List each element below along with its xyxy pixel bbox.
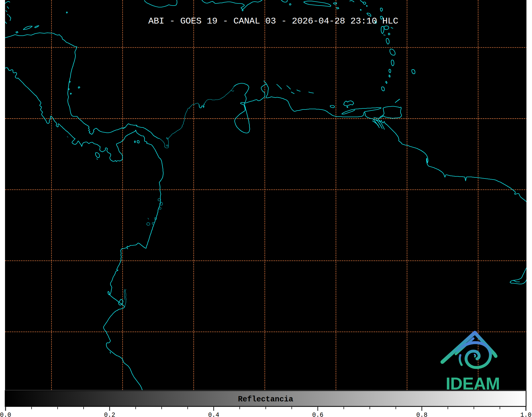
svg-text:0.8: 0.8 (416, 411, 427, 417)
svg-text:0.2: 0.2 (104, 411, 115, 417)
svg-text:Reflectancia: Reflectancia (238, 395, 293, 404)
svg-text:0.0: 0.0 (0, 411, 11, 417)
svg-text:1.0: 1.0 (520, 411, 531, 417)
svg-text:0.4: 0.4 (208, 411, 219, 417)
svg-text:0.6: 0.6 (312, 411, 323, 417)
svg-text:ABI - GOES 19 - CANAL 03 - 202: ABI - GOES 19 - CANAL 03 - 2026-04-28 23… (148, 16, 398, 26)
